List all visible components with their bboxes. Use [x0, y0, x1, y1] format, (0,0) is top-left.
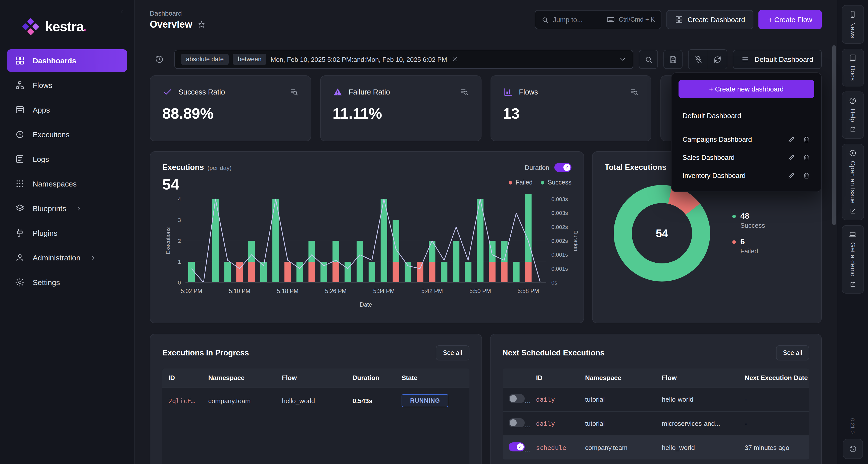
list-search-icon[interactable] — [630, 88, 639, 96]
dashboard-menu-item-inventory-dashboard[interactable]: Inventory Dashboard — [679, 166, 814, 185]
rail-item-help[interactable]: Help — [842, 92, 864, 139]
table-row[interactable]: schedulecompany.teamhello_world37 minute… — [502, 435, 809, 460]
chevron-down-icon[interactable] — [619, 55, 627, 63]
list-search-icon[interactable] — [289, 88, 299, 96]
filter-search-button[interactable] — [639, 50, 658, 69]
legend-value: 6 — [740, 237, 745, 246]
rail-history-button[interactable] — [843, 439, 863, 459]
check-icon — [162, 87, 173, 97]
pencil-icon[interactable] — [787, 154, 795, 161]
filter-history-button[interactable] — [150, 50, 169, 69]
svg-text:5:58 PM: 5:58 PM — [518, 288, 539, 294]
sidebar-item-executions[interactable]: Executions — [7, 123, 127, 146]
schedule-toggle[interactable] — [508, 442, 524, 452]
svg-text:0: 0 — [178, 279, 181, 286]
schedule-toggle[interactable] — [508, 394, 524, 403]
create-dashboard-button[interactable]: Create Dashboard — [666, 10, 754, 29]
dashboard-menu-item-default-dashboard[interactable]: Default Dashboard — [679, 105, 814, 126]
in-progress-see-all-button[interactable]: See all — [436, 345, 469, 361]
scheduled-see-all-button[interactable]: See all — [776, 345, 809, 361]
dashboard-selector-button[interactable]: Default Dashboard — [733, 50, 822, 69]
legend-item-success[interactable]: Success — [541, 179, 572, 186]
svg-text:0s: 0s — [551, 279, 557, 286]
scheduled-table: IDNamespaceFlowNext Execution Date daily… — [502, 369, 809, 460]
dashboards-icon — [15, 56, 25, 65]
svg-text:0.003s: 0.003s — [551, 196, 568, 202]
scrollbar-thumb[interactable] — [832, 45, 836, 225]
search-icon — [541, 16, 549, 23]
column-header: Next Execution Date — [739, 369, 809, 387]
legend-item-failed[interactable]: Failed — [508, 179, 532, 186]
namespace-cell: tutorial — [579, 389, 656, 410]
logs-icon — [15, 154, 25, 164]
trash-icon[interactable] — [803, 135, 810, 143]
filter-input[interactable]: absolute date between Mon, Feb 10, 2025 … — [175, 50, 633, 69]
apps-icon — [15, 105, 25, 115]
sidebar-collapse-button[interactable] — [116, 6, 127, 17]
clear-filter-icon[interactable] — [451, 56, 458, 63]
breadcrumb[interactable]: Dashboard — [150, 9, 205, 17]
pencil-icon[interactable] — [787, 135, 795, 143]
rail-item-open-an-issue[interactable]: Open an Issue — [842, 144, 864, 220]
rail-item-get-a-demo[interactable]: Get a demo — [842, 225, 864, 293]
schedule-toggle[interactable] — [508, 418, 524, 427]
table-row[interactable]: 2qlicEzacompany.teamhello_world0.543sRUN… — [162, 387, 469, 414]
rail-item-news[interactable]: News — [842, 5, 864, 44]
filter-save-button[interactable] — [664, 50, 683, 69]
svg-text:5:34 PM: 5:34 PM — [373, 288, 395, 294]
sidebar-item-plugins[interactable]: Plugins — [7, 222, 127, 244]
rail-item-docs[interactable]: Docs — [842, 49, 864, 87]
sidebar-item-label: Administration — [33, 253, 81, 262]
svg-text:4: 4 — [178, 196, 181, 202]
next-date-cell: 37 minutes ago — [739, 437, 809, 458]
jump-to-search[interactable]: Jump to... Ctrl/Cmd + K — [535, 10, 661, 29]
toggle-knob — [517, 443, 524, 451]
sidebar-item-blueprints[interactable]: Blueprints — [7, 197, 127, 220]
favorite-star-icon[interactable] — [197, 20, 205, 28]
kpi-card-flows: Flows13 — [490, 75, 652, 141]
list-search-icon[interactable] — [460, 88, 469, 96]
alert-triangle-icon — [333, 87, 343, 97]
trash-icon[interactable] — [803, 154, 810, 161]
rail-item-label: Help — [849, 109, 856, 122]
sidebar-item-apps[interactable]: Apps — [7, 98, 127, 121]
toggle-knob — [509, 395, 517, 402]
book-icon — [849, 55, 857, 62]
executions-card-title: Executions — [162, 163, 204, 172]
toggle-column-header — [502, 372, 530, 383]
sidebar-item-flows[interactable]: Flows — [7, 74, 127, 96]
dashboard-menu-item-sales-dashboard[interactable]: Sales Dashboard — [679, 148, 814, 166]
clock-history-icon — [849, 445, 857, 453]
sidebar-item-namespaces[interactable]: Namespaces — [7, 173, 127, 195]
svg-text:5:18 PM: 5:18 PM — [277, 288, 299, 294]
filter-field-chip[interactable]: absolute date — [181, 54, 229, 65]
flows-icon — [15, 81, 25, 90]
execution-id[interactable]: 2qlicEza — [162, 390, 202, 411]
sidebar-item-dashboards[interactable]: Dashboards — [7, 49, 127, 72]
sidebar-item-settings[interactable]: Settings — [7, 271, 127, 293]
table-row[interactable]: dailytutorialmicroservices-and...- — [502, 411, 809, 435]
svg-text:0.001s: 0.001s — [551, 266, 568, 272]
create-new-dashboard-button[interactable]: + Create new dashboard — [679, 80, 814, 98]
status-badge: RUNNING — [402, 394, 448, 407]
pencil-icon[interactable] — [787, 172, 795, 179]
svg-text:0.001s: 0.001s — [551, 252, 568, 258]
scheduled-table-body: dailytutorialhello-world-dailytutorialmi… — [502, 387, 809, 460]
create-flow-button[interactable]: + Create Flow — [759, 10, 822, 29]
trash-icon[interactable] — [803, 172, 810, 179]
flow-cell: hello_world — [276, 390, 346, 411]
filter-bar: absolute date between Mon, Feb 10, 2025 … — [150, 49, 822, 69]
table-row[interactable]: dailytutorialhello-world- — [502, 387, 809, 411]
sidebar-item-administration[interactable]: Administration — [7, 246, 127, 269]
duration-toggle[interactable] — [554, 163, 571, 172]
refresh-button[interactable] — [708, 50, 727, 69]
dashboard-menu-item-campaigns-dashboard[interactable]: Campaigns Dashboard — [679, 130, 814, 148]
help-icon — [849, 97, 857, 104]
flow-cell: hello_world — [656, 437, 739, 458]
rail-item-label: Docs — [849, 66, 856, 81]
table-header-row: IDNamespaceFlowNext Execution Date — [502, 369, 809, 387]
mute-notifications-button[interactable] — [689, 50, 708, 69]
filter-operator-chip[interactable]: between — [233, 54, 267, 65]
sidebar-item-logs[interactable]: Logs — [7, 148, 127, 171]
duration-cell: 0.543s — [346, 390, 396, 411]
